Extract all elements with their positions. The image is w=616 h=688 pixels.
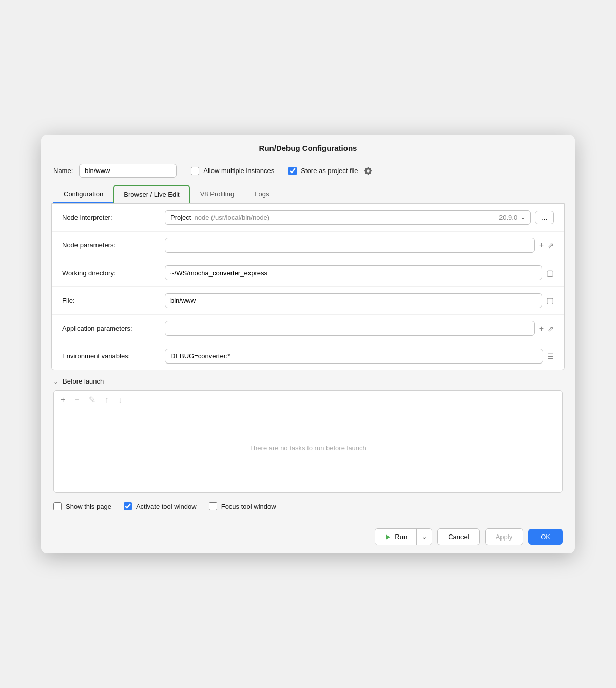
env-variables-input[interactable] — [165, 349, 543, 364]
working-directory-browse-icon[interactable]: ▢ — [546, 268, 554, 278]
run-dropdown-button[interactable]: ⌄ — [417, 529, 432, 545]
working-directory-input[interactable] — [165, 265, 542, 280]
before-launch-chevron-icon[interactable]: ⌄ — [53, 378, 59, 385]
tab-v8-profiling[interactable]: V8 Profiling — [190, 185, 244, 203]
name-input[interactable] — [79, 164, 177, 178]
allow-multiple-group: Allow multiple instances — [191, 167, 274, 175]
tabs-container: Configuration Browser / Live Edit V8 Pro… — [41, 185, 575, 203]
working-directory-field: ▢ — [165, 265, 554, 280]
activate-tool-item: Activate tool window — [124, 502, 197, 510]
run-debug-dialog: Run/Debug Configurations Name: Allow mul… — [41, 135, 575, 553]
env-variables-browse-icon[interactable]: ☰ — [547, 352, 554, 360]
run-button[interactable]: Run — [375, 529, 417, 545]
file-field: ▢ — [165, 293, 554, 308]
before-launch-title: Before launch — [63, 377, 104, 385]
allow-multiple-label: Allow multiple instances — [203, 167, 274, 175]
app-parameters-input[interactable] — [165, 321, 535, 336]
tab-browser-live-edit[interactable]: Browser / Live Edit — [113, 185, 189, 203]
node-parameters-input[interactable] — [165, 238, 535, 253]
node-path: node (/usr/local/bin/node) — [194, 214, 270, 221]
app-parameters-row: Application parameters: + ⇗ — [52, 315, 564, 342]
file-label: File: — [62, 297, 165, 304]
expand-node-param-icon[interactable]: ⇗ — [548, 241, 554, 250]
activate-tool-checkbox[interactable] — [124, 502, 132, 510]
node-interpreter-row: Node interpreter: Project node (/usr/loc… — [52, 204, 564, 232]
move-down-task-button[interactable]: ↓ — [117, 394, 124, 406]
remove-task-button[interactable]: − — [73, 394, 81, 406]
file-browse-icon[interactable]: ▢ — [546, 296, 554, 305]
show-page-label: Show this page — [66, 503, 111, 510]
store-project-group: Store as project file — [288, 166, 372, 176]
gear-icon[interactable] — [363, 166, 373, 176]
content-area: Node interpreter: Project node (/usr/loc… — [51, 203, 565, 370]
before-launch-header: ⌄ Before launch — [53, 377, 563, 385]
node-project-label: Project — [170, 214, 191, 221]
chevron-down-icon: ⌄ — [521, 214, 525, 221]
move-up-task-button[interactable]: ↑ — [103, 394, 110, 406]
add-app-param-icon[interactable]: + — [539, 324, 544, 333]
node-parameters-label: Node parameters: — [62, 241, 165, 249]
allow-multiple-checkbox[interactable] — [191, 167, 199, 175]
dialog-footer: Run ⌄ Cancel Apply OK — [41, 520, 575, 553]
cancel-button[interactable]: Cancel — [437, 528, 479, 545]
env-variables-label: Environment variables: — [62, 352, 165, 360]
env-variables-row: Environment variables: ☰ — [52, 342, 564, 370]
add-task-button[interactable]: + — [59, 394, 67, 406]
file-input[interactable] — [165, 293, 542, 308]
play-icon — [384, 534, 391, 540]
file-row: File: ▢ — [52, 287, 564, 315]
focus-tool-label: Focus tool window — [221, 503, 276, 510]
name-row: Name: Allow multiple instances Store as … — [41, 159, 575, 185]
edit-task-button[interactable]: ✎ — [87, 394, 97, 406]
node-interpreter-label: Node interpreter: — [62, 214, 165, 221]
expand-app-param-icon[interactable]: ⇗ — [548, 324, 554, 333]
node-version: 20.9.0 — [499, 214, 517, 221]
node-interpreter-selector[interactable]: Project node (/usr/local/bin/node) 20.9.… — [165, 210, 531, 225]
activate-tool-label: Activate tool window — [136, 503, 197, 510]
env-variables-field: ☰ — [165, 349, 554, 364]
run-label: Run — [395, 533, 407, 541]
app-parameters-label: Application parameters: — [62, 324, 165, 332]
apply-button[interactable]: Apply — [485, 528, 524, 545]
svg-marker-0 — [386, 534, 390, 540]
name-label: Name: — [53, 167, 73, 175]
node-interpreter-field: Project node (/usr/local/bin/node) 20.9.… — [165, 210, 554, 225]
dialog-title: Run/Debug Configurations — [41, 135, 575, 159]
focus-tool-checkbox[interactable] — [209, 502, 217, 510]
run-button-group: Run ⌄ — [375, 528, 432, 545]
focus-tool-item: Focus tool window — [209, 502, 276, 510]
bottom-checkboxes: Show this page Activate tool window Focu… — [41, 493, 575, 520]
tab-configuration[interactable]: Configuration — [53, 185, 113, 203]
node-parameters-row: Node parameters: + ⇗ — [52, 232, 564, 259]
add-node-param-icon[interactable]: + — [539, 241, 544, 250]
tab-logs[interactable]: Logs — [244, 185, 279, 203]
show-page-item: Show this page — [53, 502, 111, 510]
working-directory-label: Working directory: — [62, 269, 165, 277]
before-launch-empty-message: There are no tasks to run before launch — [54, 409, 562, 486]
store-project-label: Store as project file — [301, 167, 358, 175]
before-launch-toolbar: + − ✎ ↑ ↓ — [54, 391, 562, 409]
before-launch-box: + − ✎ ↑ ↓ There are no tasks to run befo… — [53, 390, 563, 493]
store-project-checkbox[interactable] — [288, 167, 297, 175]
before-launch-section: ⌄ Before launch + − ✎ ↑ ↓ There are no t… — [41, 370, 575, 493]
show-page-checkbox[interactable] — [53, 502, 62, 510]
app-parameters-field: + ⇗ — [165, 321, 554, 336]
node-parameters-field: + ⇗ — [165, 238, 554, 253]
node-browse-button[interactable]: ... — [535, 211, 554, 224]
working-directory-row: Working directory: ▢ — [52, 259, 564, 287]
ok-button[interactable]: OK — [528, 529, 563, 545]
